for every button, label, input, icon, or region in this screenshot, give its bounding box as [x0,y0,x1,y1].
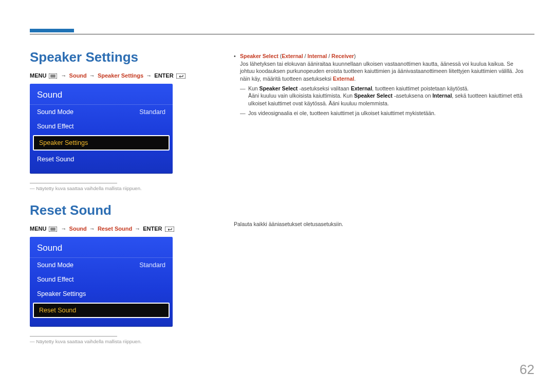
external-bold: External [351,85,372,91]
arrow-icon: → [146,72,152,79]
txt: Kun [248,85,260,91]
heading-speaker-settings: Speaker Settings [30,49,202,65]
menu-item-reset-sound-selected[interactable]: Reset Sound [33,303,170,318]
manual-page: Speaker Settings MENU → Sound → Speaker … [0,0,555,392]
dash-icon: ― [240,109,248,117]
bullet-item: • Speaker Select (External / Internal / … [234,52,529,60]
menu-item-reset-sound[interactable]: Reset Sound [30,152,173,166]
arrow-icon: → [89,72,95,79]
txt: , tuotteen kaiuttimet poistetaan käytöst… [372,85,469,91]
txt: Jos videosignaalia ei ole, tuotteen kaiu… [248,109,436,117]
breadcrumb-speaker-settings: MENU → Sound → Speaker Settings → ENTER [30,72,202,79]
separator [30,183,117,183]
arrow-icon: → [61,226,67,232]
txt: -asetuksena on [393,92,433,99]
svg-rect-9 [165,227,174,232]
menu-title: Sound [30,241,173,258]
menu-item-sound-effect[interactable]: Sound Effect [30,272,173,287]
speaker-select-bold: Speaker Select [260,85,298,91]
bc-menu-label: MENU [30,226,46,232]
dash-note-2: ― Jos videosignaalia ei ole, tuotteen ka… [240,109,529,117]
menu-item-label: Sound Effect [37,276,73,283]
top-rule [30,34,534,34]
internal-bold: Internal [432,92,452,99]
svg-rect-4 [176,73,186,79]
menu-item-label: Sound Mode [37,262,73,269]
slash: / [327,53,331,59]
heading-reset-sound: Reset Sound [30,202,202,218]
image-note-text: Näytetty kuva saattaa vaihdella mallista… [36,339,141,344]
right-column-reset-sound: Palauta kaikki ääniasetukset oletusasetu… [234,221,529,227]
menu-item-speaker-settings-selected[interactable]: Speaker Settings [33,135,170,151]
bc-reset-sound: Reset Sound [98,226,132,232]
arrow-icon: → [61,72,67,79]
arrow-icon: → [89,226,95,232]
menu-card-reset-sound: Sound Sound Mode Standard Sound Effect S… [30,237,173,327]
bc-speaker-settings: Speaker Settings [98,72,143,79]
accent-bar [30,29,74,32]
menu-item-label: Speaker Settings [39,139,88,146]
menu-item-value: Standard [139,262,165,269]
image-note-text: Näytetty kuva saattaa vaihdella mallista… [36,185,141,191]
menu-item-label: Reset Sound [39,307,76,314]
opt-internal: Internal [307,53,327,59]
menu-icon [49,73,57,79]
menu-title: Sound [30,88,173,105]
reset-description: Palauta kaikki ääniasetukset oletusasetu… [234,221,343,227]
bc-enter-label: ENTER [143,226,162,232]
txt: -asetukseksi valitaan [298,85,350,91]
opt-receiver: Receiver [331,53,354,59]
bc-sound: Sound [69,72,87,79]
dash-icon: ― [240,85,248,107]
menu-item-speaker-settings[interactable]: Speaker Settings [30,287,173,301]
menu-item-label: Sound Effect [37,123,73,130]
separator [30,336,117,337]
lead-label: Speaker Select [240,53,279,59]
para-dot: . [354,76,356,82]
menu-card-speaker-settings: Sound Sound Mode Standard Sound Effect S… [30,84,173,174]
menu-item-label: Sound Mode [37,108,73,116]
left-column: Speaker Settings MENU → Sound → Speaker … [30,49,202,356]
bc-enter-label: ENTER [154,72,173,79]
bullet-dot-icon: • [234,52,240,60]
bc-sound: Sound [69,226,87,232]
menu-item-label: Speaker Settings [37,290,86,297]
bc-menu-label: MENU [30,72,46,79]
image-note: ― Näytetty kuva saattaa vaihdella mallis… [30,339,202,344]
opt-external: External [282,53,303,59]
arrow-icon: → [135,226,140,232]
right-column-speaker-settings: • Speaker Select (External / Internal / … [234,52,529,117]
menu-item-value: Standard [139,108,165,116]
menu-item-sound-mode[interactable]: Sound Mode Standard [30,105,173,119]
menu-icon [49,227,57,232]
menu-item-sound-effect[interactable]: Sound Effect [30,119,173,134]
description-paragraph: Jos lähetyksen tai elokuvan ääniraitaa k… [240,60,529,83]
breadcrumb-reset-sound: MENU → Sound → Reset Sound → ENTER [30,226,202,232]
menu-item-label: Reset Sound [37,156,74,163]
menu-item-sound-mode[interactable]: Sound Mode Standard [30,258,173,272]
paren-close: ) [354,53,356,59]
image-note: ― Näytetty kuva saattaa vaihdella mallis… [30,185,202,191]
dash-note-1: ― Kun Speaker Select -asetukseksi valita… [240,85,529,107]
speaker-select-bold: Speaker Select [354,92,393,99]
page-number: 62 [520,362,534,378]
para-text: Jos lähetyksen tai elokuvan ääniraitaa k… [240,61,524,82]
para-external: External [333,76,354,82]
enter-icon [176,73,186,79]
enter-icon [165,227,174,232]
txt: Ääni kuuluu vain ulkoisista kaiuttimista… [248,92,354,99]
